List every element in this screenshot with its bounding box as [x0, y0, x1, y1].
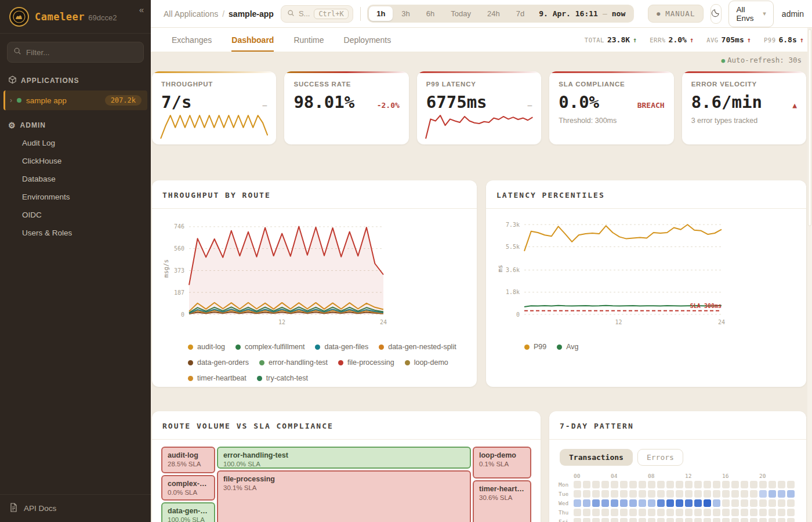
legend-item-loop-demo[interactable]: loop-demo — [405, 358, 448, 367]
svg-text:187: 187 — [174, 289, 184, 296]
heatmap-cell — [713, 499, 720, 507]
stat-label: P99 — [764, 37, 775, 44]
svg-text:SLA 300ms: SLA 300ms — [690, 303, 722, 309]
trend-arrow-icon: ↑ — [800, 36, 804, 44]
legend-dot-icon — [188, 360, 193, 365]
sidebar-item-audit-log[interactable]: Audit Log — [0, 135, 151, 151]
manual-mode-button[interactable]: ● MANUAL — [648, 5, 704, 23]
panel-latency-percentiles: LATENCY PERCENTILES 01.8k3.6k5.5k7.3k122… — [486, 180, 806, 387]
treemap-node-data-gen-files[interactable]: data-gen-files100.0% SLA — [161, 502, 215, 522]
tab-runtime[interactable]: Runtime — [293, 28, 324, 52]
heatmap-day-label: Tue — [559, 491, 574, 497]
heatmap-day-label: Thu — [559, 509, 574, 516]
heatmap-cell — [574, 499, 581, 507]
scrollbar-thumb[interactable] — [808, 29, 811, 226]
legend-item-avg[interactable]: Avg — [557, 343, 578, 351]
sidebar-item-sample-app[interactable]: › sample app 207.2k — [3, 90, 147, 110]
kpi-sparkline — [160, 113, 268, 140]
breadcrumb-all-applications[interactable]: All Applications — [164, 9, 218, 19]
heatmap-cell — [731, 490, 739, 498]
scrollbar[interactable] — [807, 28, 812, 522]
legend-item-data-gen-files[interactable]: data-gen-files — [315, 343, 368, 351]
legend-item-data-gen-nested-split[interactable]: data-gen-nested-split — [379, 343, 456, 351]
svg-text:1.8k: 1.8k — [506, 289, 520, 295]
panel-title: 7-DAY PATTERN — [560, 422, 634, 430]
treemap-node-sla: 30.1% SLA — [223, 484, 465, 491]
sidebar-item-environments[interactable]: Environments — [0, 188, 151, 205]
legend-item-try-catch-test[interactable]: try-catch-test — [257, 374, 308, 382]
tab-dashboard[interactable]: Dashboard — [231, 28, 274, 52]
legend-dot-icon — [524, 345, 530, 350]
heatmap-cell — [731, 509, 739, 516]
legend-item-complex-fulfillment[interactable]: complex-fulfillment — [235, 343, 305, 351]
tab-exchanges[interactable]: Exchanges — [172, 28, 212, 52]
sidebar-item-clickhouse[interactable]: ClickHouse — [0, 153, 151, 169]
heatmap-row-wed: Wed — [559, 499, 797, 507]
treemap-node-error-handling-test[interactable]: error-handling-test100.0% SLA — [217, 447, 471, 469]
treemap-node-loop-demo[interactable]: loop-demo0.1% SLA — [473, 447, 531, 478]
legend-item-p99[interactable]: P99 — [524, 343, 546, 351]
heatmap-cell — [713, 518, 720, 522]
sidebar-item-api-docs[interactable]: API Docs — [0, 494, 151, 522]
filter-input[interactable] — [26, 48, 137, 57]
heatmap-cell — [666, 509, 674, 516]
heatmap-cell — [778, 481, 785, 488]
tab-deployments[interactable]: Deployments — [344, 28, 392, 52]
heatmap-cell — [759, 481, 767, 488]
heatmap-cell — [639, 518, 646, 522]
kpi-delta: -2.0% — [377, 101, 400, 110]
legend-item-file-processing[interactable]: file-processing — [338, 358, 394, 367]
legend-item-data-gen-orders[interactable]: data-gen-orders — [188, 358, 249, 367]
sidebar-collapse-button[interactable]: « — [139, 5, 144, 14]
cameleer-logo-icon — [9, 7, 29, 27]
heatmap-cell — [639, 490, 646, 498]
heatmap-cell — [704, 499, 711, 507]
breadcrumb: All Applications / sample-app — [164, 9, 274, 19]
time-range-1h[interactable]: 1h — [369, 6, 393, 21]
stat-value: 6.8s — [778, 35, 796, 44]
sidebar-header: Cameleer 69dcce2 « — [0, 0, 151, 34]
heatmap-cell — [648, 481, 655, 488]
time-range-7d[interactable]: 7d — [509, 6, 532, 21]
heatmap-cell — [704, 509, 711, 516]
svg-text:0: 0 — [181, 311, 184, 318]
treemap-node-file-processing[interactable]: file-processing30.1% SLA — [217, 470, 471, 522]
heatmap-cell — [731, 481, 739, 488]
legend-item-audit-log[interactable]: audit-log — [188, 343, 225, 351]
treemap-node-sla: 0.1% SLA — [479, 461, 525, 467]
treemap-node-timer-heartbeat[interactable]: timer-heartbeat30.6% SLA — [473, 480, 531, 522]
date-range-display[interactable]: 9. Apr. 16:11 – now — [533, 9, 632, 18]
heatmap-cell — [685, 490, 693, 498]
latency-legend: P99Avg — [495, 337, 797, 351]
kpi-label: SLA COMPLIANCE — [559, 81, 664, 88]
treemap-node-complex-fulfillment[interactable]: complex-fulfillment0.0% SLA — [161, 475, 215, 501]
toggle-errors[interactable]: Errors — [637, 449, 683, 466]
time-range-today[interactable]: Today — [443, 6, 478, 21]
sidebar-filter[interactable] — [7, 42, 144, 63]
global-search[interactable]: S... Ctrl+K — [281, 5, 353, 23]
heatmap-cell — [657, 518, 665, 522]
legend-item-error-handling-test[interactable]: error-handling-test — [259, 358, 328, 367]
env-select-dropdown[interactable]: All Envs ▾ — [728, 1, 773, 27]
time-range-3h[interactable]: 3h — [394, 6, 417, 21]
app-count-badge: 207.2k — [105, 95, 142, 106]
heatmap-cell — [629, 490, 637, 498]
sidebar-item-users-roles[interactable]: Users & Roles — [0, 224, 151, 241]
treemap-node-name: audit-log — [168, 451, 209, 459]
theme-toggle-button[interactable] — [710, 4, 722, 24]
time-range-6h[interactable]: 6h — [419, 6, 442, 21]
stat-avg: AVG705ms↑ — [706, 35, 751, 44]
legend-dot-icon — [188, 345, 193, 350]
legend-item-timer-heartbeat[interactable]: timer-heartbeat — [188, 374, 246, 382]
sidebar-item-oidc[interactable]: OIDC — [0, 206, 151, 223]
heatmap-cell — [713, 490, 720, 498]
user-menu[interactable]: admin — [782, 9, 804, 19]
toggle-transactions[interactable]: Transactions — [560, 449, 633, 466]
heatmap-cell — [694, 499, 702, 507]
sidebar: Cameleer 69dcce2 « APPLICATIONS › sample… — [0, 0, 151, 522]
heatmap-cell — [620, 499, 628, 507]
heatmap-cell — [676, 518, 683, 522]
time-range-24h[interactable]: 24h — [480, 6, 507, 21]
sidebar-item-database[interactable]: Database — [0, 171, 151, 187]
treemap-node-audit-log[interactable]: audit-log28.5% SLA — [161, 447, 215, 473]
